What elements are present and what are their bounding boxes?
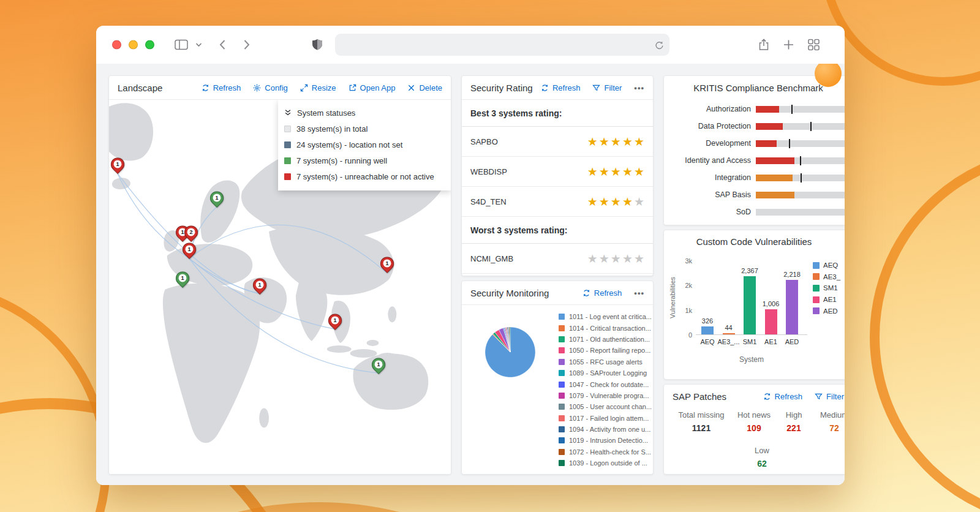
legend-item: 38 system(s) in total	[284, 121, 445, 137]
axis-tick-label: AED	[777, 338, 807, 345]
alert-label: 1055 - RFC usage alerts	[569, 358, 643, 366]
decorative-ring	[0, 282, 110, 512]
x-axis-ticks: AEQAE3_...SM1AE1AED	[664, 338, 845, 348]
star-rating: ★★★★★	[587, 196, 646, 208]
patch-stat: Medium72	[797, 410, 845, 433]
share-button[interactable]	[758, 39, 769, 51]
rating-row[interactable]: S4D_TEN★★★★★	[462, 187, 653, 217]
rating-row[interactable]: NCMI_GMB★★★★★	[462, 244, 653, 274]
monitoring-overflow-button[interactable]: •••	[634, 288, 644, 298]
benchmark-target-tick	[800, 156, 801, 165]
chart-bar[interactable]	[701, 326, 714, 334]
patches-filter-button[interactable]: Filter	[815, 392, 844, 401]
tab-overview-button[interactable]	[808, 39, 820, 51]
alert-legend-item: 1055 - RFC usage alerts	[559, 356, 652, 367]
landscape-delete-button[interactable]: Delete	[407, 83, 442, 92]
star-filled: ★	[611, 165, 622, 178]
landscape-config-button[interactable]: Config	[253, 83, 288, 92]
bar-value-label: 44	[714, 324, 744, 331]
star-filled: ★	[634, 135, 646, 148]
collapse-icon[interactable]	[284, 109, 292, 116]
star-filled: ★	[634, 165, 646, 178]
benchmark-row: Integration	[671, 169, 845, 186]
legend-swatch	[559, 449, 565, 455]
pin-count: 1	[375, 360, 383, 368]
browser-toolbar	[96, 26, 845, 64]
map-pin[interactable]: 1	[182, 242, 197, 260]
star-filled: ★	[611, 195, 622, 208]
star-rating: ★★★★★	[587, 166, 646, 178]
series-label: SM1	[823, 284, 838, 292]
series-legend: AEQAE3_SM1AE1AED	[813, 260, 840, 317]
openapp-icon	[349, 84, 356, 92]
rating-refresh-button[interactable]: Refresh	[541, 83, 581, 92]
landscape-resize-button[interactable]: Resize	[300, 83, 336, 92]
refresh-icon	[763, 393, 771, 401]
alert-label: 1011 - Log event at critica...	[569, 313, 652, 320]
star-filled: ★	[599, 135, 611, 148]
refresh-icon	[202, 84, 209, 92]
map-pin[interactable]: 1	[110, 157, 125, 175]
pin-count: 1	[331, 316, 339, 324]
chart-bar[interactable]	[723, 333, 735, 334]
address-input[interactable]	[335, 34, 652, 56]
monitoring-title: Security Monitoring	[470, 288, 549, 298]
legend-label: 24 system(s) - location not set	[296, 140, 402, 149]
rating-filter-button[interactable]: Filter	[592, 83, 622, 92]
star-filled: ★	[587, 135, 599, 148]
world-map: 1112111111 System statuses 38 system(s) …	[109, 100, 451, 474]
new-tab-button[interactable]	[783, 40, 794, 50]
back-button[interactable]	[219, 39, 226, 50]
button-label: Refresh	[213, 83, 241, 92]
patch-stat: Low62	[725, 446, 799, 469]
legend-swatch	[559, 347, 565, 353]
benchmark-target-tick	[810, 122, 812, 131]
system-name: S4D_TEN	[470, 197, 587, 206]
map-pin[interactable]: 2	[184, 225, 198, 243]
monitoring-refresh-button[interactable]: Refresh	[582, 288, 622, 298]
landscape-refresh-button[interactable]: Refresh	[202, 83, 241, 92]
legend-swatch	[559, 370, 565, 376]
zoom-button[interactable]	[145, 40, 154, 50]
map-pin[interactable]: 1	[380, 256, 394, 274]
forward-button[interactable]	[243, 39, 251, 50]
legend-swatch	[559, 437, 565, 443]
map-pin[interactable]: 1	[371, 357, 386, 375]
patch-value: 62	[725, 459, 799, 469]
series-label: AEQ	[823, 262, 838, 269]
legend-label: 7 system(s) - unreachable or not active	[296, 172, 434, 181]
benchmark-track	[756, 123, 845, 130]
star-empty: ★	[611, 252, 622, 265]
button-label: Refresh	[775, 392, 803, 401]
system-name: NCMI_GMB	[470, 254, 587, 263]
map-pin[interactable]: 1	[209, 190, 224, 209]
series-legend-item: AE3_	[813, 271, 840, 283]
alert-legend-item: 1089 - SAProuter Logging	[559, 367, 652, 378]
sidebar-toggle-button[interactable]	[175, 39, 188, 50]
map-pin[interactable]: 1	[252, 277, 267, 296]
chart-bar[interactable]	[744, 276, 756, 334]
alert-label: 1072 - Health-check for S...	[569, 448, 651, 456]
landscape-openapp-button[interactable]: Open App	[349, 83, 396, 92]
minimize-button[interactable]	[129, 40, 138, 50]
chart-bar[interactable]	[765, 309, 777, 334]
rating-row[interactable]: SAPBO★★★★★	[462, 127, 653, 157]
sidebar-chevron-button[interactable]	[195, 42, 202, 47]
benchmark-target-tick	[801, 173, 802, 183]
map-pin[interactable]: 1	[175, 271, 190, 289]
chart-bar[interactable]	[786, 280, 798, 334]
legend-swatch	[559, 382, 565, 388]
legend-swatch	[559, 415, 565, 421]
reload-button[interactable]	[652, 40, 669, 50]
benchmark-category: Identity and Access	[671, 156, 751, 165]
legend-swatch	[284, 157, 291, 164]
rating-row[interactable]: WEBDISP★★★★★	[462, 157, 653, 187]
benchmark-row: Identity and Access	[671, 152, 845, 169]
rating-overflow-button[interactable]: •••	[634, 83, 644, 92]
map-pin[interactable]: 1	[328, 313, 342, 331]
refresh-icon	[541, 84, 549, 92]
patches-refresh-button[interactable]: Refresh	[763, 392, 803, 401]
address-bar[interactable]	[335, 34, 669, 56]
alert-label: 1039 - Logon outside of ...	[569, 459, 647, 467]
close-button[interactable]	[112, 40, 121, 50]
